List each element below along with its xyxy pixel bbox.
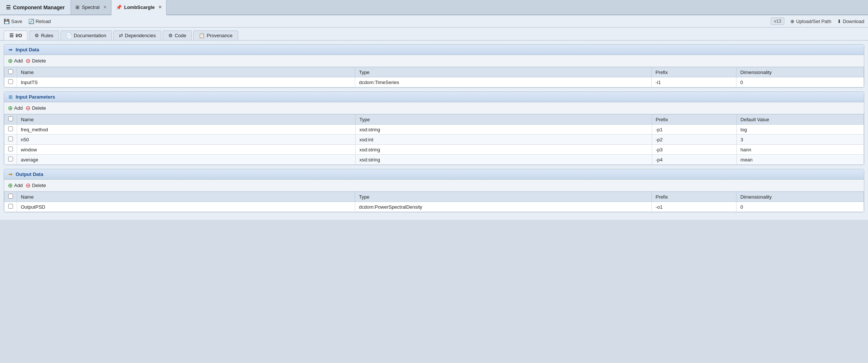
params-select-all[interactable]: [8, 116, 13, 121]
lombscargle-close-icon[interactable]: ✕: [158, 5, 162, 10]
component-manager-label: Component Manager: [13, 4, 65, 10]
output-data-icon: ➡: [9, 171, 13, 177]
output-select-all[interactable]: [8, 194, 13, 199]
row-name: n50: [17, 135, 356, 145]
row-type: xsd:string: [356, 155, 652, 165]
reload-button[interactable]: 🔄 Reload: [28, 19, 51, 24]
delete-icon: ⊖: [26, 105, 30, 112]
tab-provenance[interactable]: 📋 Provenance: [193, 30, 238, 40]
input-parameters-actions: ⊕ Add ⊖ Delete: [4, 102, 864, 114]
spectral-close-icon[interactable]: ✕: [103, 5, 107, 10]
row-type: xsd:int: [356, 135, 652, 145]
row-default: 3: [736, 135, 864, 145]
table-row: n50 xsd:int -p2 3: [4, 135, 864, 145]
input-data-add-button[interactable]: ⊕ Add: [8, 57, 23, 64]
toolbar-right: v13 ⊕ Upload/Set Path ⬇ Download: [771, 17, 864, 25]
table-row: window xsd:string -p3 hann: [4, 145, 864, 155]
upload-button[interactable]: ⊕ Upload/Set Path: [790, 19, 831, 24]
tab-code[interactable]: ⚙ Code: [163, 30, 192, 40]
rules-icon: ⚙: [35, 33, 39, 38]
row-dimensionality: 0: [736, 202, 864, 212]
input-parameters-title: Input Parameters: [16, 94, 55, 100]
tab-io[interactable]: ☰ I/O: [4, 30, 27, 40]
input-data-name-header: Name: [17, 67, 355, 77]
add-icon: ⊕: [8, 57, 13, 64]
input-parameters-section: ⊞ Input Parameters ⊕ Add ⊖ Delete Name T…: [4, 91, 864, 165]
tab-spectral[interactable]: ⊞ Spectral ✕: [71, 0, 111, 15]
row-checkbox[interactable]: [4, 202, 17, 212]
spectral-icon: ⊞: [75, 4, 80, 10]
code-label: Code: [175, 33, 186, 38]
row-default: log: [736, 125, 864, 135]
input-data-icon: ➡: [9, 47, 13, 52]
input-data-header: ➡ Input Data: [4, 45, 864, 55]
row-checkbox[interactable]: [4, 135, 17, 145]
upload-icon: ⊕: [790, 19, 794, 24]
toolbar: 💾 Save 🔄 Reload v13 ⊕ Upload/Set Path ⬇ …: [0, 15, 868, 28]
input-params-icon: ⊞: [9, 94, 13, 100]
row-name: freq_method: [17, 125, 356, 135]
component-manager-icon: ☰: [6, 4, 11, 10]
dependencies-label: Dependencies: [125, 33, 156, 38]
rules-label: Rules: [41, 33, 53, 38]
row-prefix: -i1: [652, 77, 736, 87]
input-data-dim-header: Dimensionality: [736, 67, 864, 77]
tab-rules[interactable]: ⚙ Rules: [29, 30, 59, 40]
io-icon: ☰: [9, 33, 14, 38]
params-default-header: Default Value: [736, 115, 864, 125]
save-button[interactable]: 💾 Save: [4, 19, 22, 24]
save-icon: 💾: [4, 19, 10, 24]
lombscargle-icon: 📌: [116, 4, 122, 10]
output-data-title: Output Data: [16, 171, 43, 177]
section-tabs: ☰ I/O ⚙ Rules 📄 Documentation ⇄ Dependen…: [0, 28, 868, 41]
tab-bar: ☰ Component Manager ⊞ Spectral ✕ 📌 LombS…: [0, 0, 868, 15]
documentation-icon: 📄: [66, 33, 72, 38]
input-data-delete-button[interactable]: ⊖ Delete: [26, 57, 46, 64]
documentation-label: Documentation: [74, 33, 106, 38]
input-data-select-all[interactable]: [8, 69, 13, 74]
row-checkbox[interactable]: [4, 145, 17, 155]
spectral-label: Spectral: [82, 4, 100, 10]
output-check-header: [4, 192, 17, 202]
row-type: xsd:string: [356, 145, 652, 155]
tab-lombscargle[interactable]: 📌 LombScargle ✕: [111, 0, 166, 15]
lombscargle-label: LombScargle: [124, 4, 155, 10]
output-name-header: Name: [17, 192, 355, 202]
output-data-add-button[interactable]: ⊕ Add: [8, 182, 23, 189]
input-params-delete-button[interactable]: ⊖ Delete: [26, 105, 46, 112]
delete-icon: ⊖: [26, 182, 30, 189]
input-params-add-button[interactable]: ⊕ Add: [8, 105, 23, 112]
tab-dependencies[interactable]: ⇄ Dependencies: [113, 30, 161, 40]
input-parameters-table: Name Type Prefix Default Value freq_meth…: [4, 114, 864, 165]
params-prefix-header: Prefix: [652, 115, 736, 125]
output-prefix-header: Prefix: [652, 192, 736, 202]
row-prefix: -p1: [652, 125, 736, 135]
tab-documentation[interactable]: 📄 Documentation: [61, 30, 112, 40]
row-checkbox[interactable]: [4, 125, 17, 135]
output-data-delete-button[interactable]: ⊖ Delete: [26, 182, 46, 189]
download-button[interactable]: ⬇ Download: [837, 19, 864, 24]
row-name: OutputPSD: [17, 202, 355, 212]
params-type-header: Type: [356, 115, 652, 125]
input-parameters-header: ⊞ Input Parameters: [4, 92, 864, 102]
tab-component-manager[interactable]: ☰ Component Manager: [0, 0, 71, 15]
add-icon: ⊕: [8, 105, 13, 112]
input-data-title: Input Data: [16, 47, 39, 52]
table-row: OutputPSD dcdom:PowerSpectralDensity -o1…: [4, 202, 864, 212]
output-data-section: ➡ Output Data ⊕ Add ⊖ Delete Name Type P…: [4, 169, 864, 212]
main-content: ➡ Input Data ⊕ Add ⊖ Delete Name Type Pr…: [0, 41, 868, 220]
row-name: InputTS: [17, 77, 355, 87]
input-data-actions: ⊕ Add ⊖ Delete: [4, 55, 864, 67]
row-checkbox[interactable]: [4, 77, 17, 87]
row-prefix: -p2: [652, 135, 736, 145]
row-prefix: -p3: [652, 145, 736, 155]
input-data-table: Name Type Prefix Dimensionality InputTS …: [4, 67, 864, 87]
row-dimensionality: 0: [736, 77, 864, 87]
delete-icon: ⊖: [26, 57, 30, 64]
input-data-check-header: [4, 67, 17, 77]
output-dim-header: Dimensionality: [736, 192, 864, 202]
table-row: average xsd:string -p4 mean: [4, 155, 864, 165]
row-checkbox[interactable]: [4, 155, 17, 165]
output-data-table: Name Type Prefix Dimensionality OutputPS…: [4, 192, 864, 212]
input-data-prefix-header: Prefix: [652, 67, 736, 77]
